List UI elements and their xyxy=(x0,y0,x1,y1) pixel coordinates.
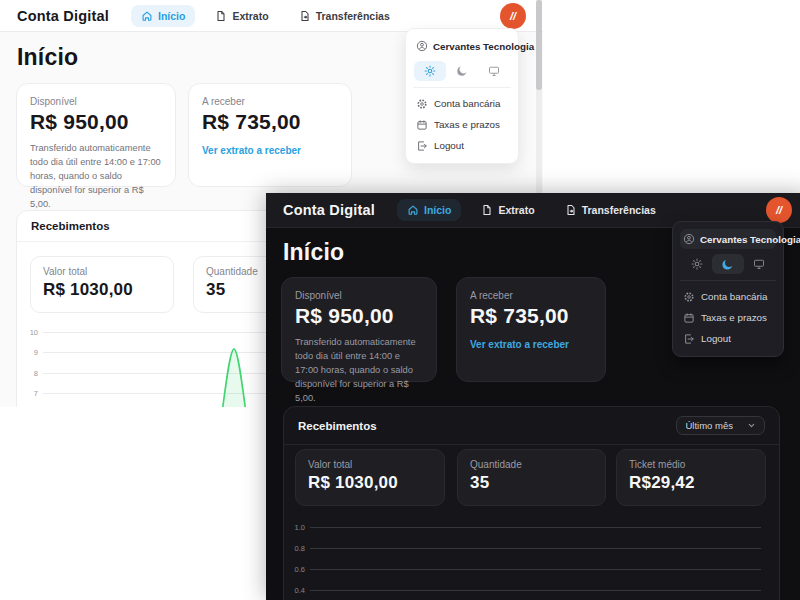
app-logo: Conta Digital xyxy=(283,202,375,218)
section-header: Recebimentos Último mês xyxy=(284,407,779,445)
user-circle-icon xyxy=(416,40,428,52)
menu-item-logout[interactable]: Logout xyxy=(413,135,511,156)
nav-label: Início xyxy=(158,10,185,22)
valor-total-stat-card: Valor total R$ 1030,00 xyxy=(295,449,445,506)
logout-icon xyxy=(683,333,695,345)
calendar-icon xyxy=(683,312,695,324)
account-dropdown-menu: Cervantes Tecnologia Conta bancária Taxa… xyxy=(672,221,784,357)
nav-label: Transferências xyxy=(316,10,390,22)
gear-icon xyxy=(683,291,695,303)
menu-item-conta-bancaria[interactable]: Conta bancária xyxy=(680,286,776,307)
sun-icon xyxy=(691,258,703,270)
stat-value: R$ 1030,00 xyxy=(308,473,432,493)
recebimentos-section: Recebimentos Último mês Valor total R$ 1… xyxy=(283,406,780,600)
stat-label: Ticket médio xyxy=(629,459,753,470)
moon-icon xyxy=(721,258,734,271)
chevron-down-icon xyxy=(747,421,756,430)
card-label: Disponível xyxy=(295,290,423,301)
gridline xyxy=(310,569,761,570)
chart-gridline: 0.8 xyxy=(284,543,761,553)
logout-icon xyxy=(416,140,428,152)
home-icon xyxy=(407,204,419,216)
y-tick-label: 0.6 xyxy=(284,565,310,574)
stat-label: Valor total xyxy=(43,266,161,277)
menu-item-label: Logout xyxy=(434,140,464,151)
card-label: Disponível xyxy=(30,96,162,107)
menu-item-taxas-prazos[interactable]: Taxas e prazos xyxy=(680,307,776,328)
stat-label: Valor total xyxy=(308,459,432,470)
transfer-schedule-note: Transferido automaticamente todo dia úti… xyxy=(30,142,162,212)
gridline xyxy=(310,548,761,549)
nav-label: Extrato xyxy=(232,10,268,22)
nav-item-inicio[interactable]: Início xyxy=(397,199,461,221)
home-icon xyxy=(141,10,153,22)
menu-item-label: Logout xyxy=(701,333,731,344)
nav-item-transferencias[interactable]: Transferências xyxy=(289,5,400,27)
menu-divider xyxy=(413,87,511,88)
receivable-card: A receber R$ 735,00 Ver extrato a recebe… xyxy=(188,83,352,187)
theme-light-button[interactable] xyxy=(681,254,712,274)
main-nav: Início Extrato Transferências xyxy=(397,199,666,221)
y-tick-label: 7 xyxy=(17,389,43,398)
user-avatar-button[interactable]: // xyxy=(766,197,792,223)
receivable-statement-link[interactable]: Ver extrato a receber xyxy=(202,145,338,156)
menu-account-name[interactable]: Cervantes Tecnologia xyxy=(413,36,511,56)
section-title: Recebimentos xyxy=(31,220,110,232)
monitor-icon xyxy=(488,65,500,77)
receivable-value: R$ 735,00 xyxy=(470,304,592,328)
account-dropdown-menu: Cervantes Tecnologia Conta bancária Taxa… xyxy=(405,28,519,164)
menu-item-label: Taxas e prazos xyxy=(434,119,500,130)
scrollbar-thumb[interactable] xyxy=(536,0,542,90)
theme-system-button[interactable] xyxy=(744,254,775,274)
card-label: A receber xyxy=(202,96,338,107)
menu-item-conta-bancaria[interactable]: Conta bancária xyxy=(413,93,511,114)
user-avatar-button[interactable]: // xyxy=(500,3,526,29)
chart-gridline: 1.0 xyxy=(284,522,761,532)
screenshot-dark-theme: Conta Digital Início Extrato Transferênc… xyxy=(266,193,800,600)
available-balance-value: R$ 950,00 xyxy=(295,304,423,328)
nav-item-inicio[interactable]: Início xyxy=(131,5,195,27)
y-tick-label: 0.8 xyxy=(284,544,310,553)
theme-light-button[interactable] xyxy=(414,61,446,81)
menu-item-label: Conta bancária xyxy=(434,98,500,109)
menu-item-taxas-prazos[interactable]: Taxas e prazos xyxy=(413,114,511,135)
menu-item-label: Taxas e prazos xyxy=(701,312,767,323)
card-label: A receber xyxy=(470,290,592,301)
account-name-label: Cervantes Tecnologia xyxy=(700,234,800,245)
transfer-schedule-note: Transferido automaticamente todo dia úti… xyxy=(295,336,423,406)
receivable-card: A receber R$ 735,00 Ver extrato a recebe… xyxy=(456,277,606,382)
period-select-value: Último mês xyxy=(685,420,733,431)
theme-dark-button[interactable] xyxy=(446,61,478,81)
monitor-icon xyxy=(753,258,765,270)
theme-system-button[interactable] xyxy=(478,61,510,81)
calendar-icon xyxy=(416,119,428,131)
stat-value: R$ 1030,00 xyxy=(43,280,161,300)
available-balance-card: Disponível R$ 950,00 Transferido automat… xyxy=(16,83,176,187)
main-nav: Início Extrato Transferências xyxy=(131,5,400,27)
nav-label: Extrato xyxy=(498,204,534,216)
nav-item-transferencias[interactable]: Transferências xyxy=(555,199,666,221)
nav-item-extrato[interactable]: Extrato xyxy=(205,5,278,27)
stat-value: R$29,42 xyxy=(629,473,753,493)
stat-label: Quantidade xyxy=(470,459,593,470)
period-select[interactable]: Último mês xyxy=(676,416,765,435)
theme-switcher xyxy=(414,61,510,81)
gridline xyxy=(310,527,761,528)
y-tick-label: 8 xyxy=(17,369,43,378)
menu-item-logout[interactable]: Logout xyxy=(680,328,776,349)
available-balance-card: Disponível R$ 950,00 Transferido automat… xyxy=(281,277,437,382)
moon-icon xyxy=(456,65,468,77)
account-name-label: Cervantes Tecnologia xyxy=(433,41,534,52)
y-tick-label: 1.0 xyxy=(284,523,310,532)
file-transfer-icon xyxy=(299,10,311,22)
nav-label: Transferências xyxy=(582,204,656,216)
chart-gridline: 0.4 xyxy=(284,585,761,595)
y-tick-label: 9 xyxy=(17,348,43,357)
receivable-statement-link[interactable]: Ver extrato a receber xyxy=(470,339,592,350)
menu-account-name[interactable]: Cervantes Tecnologia xyxy=(680,229,776,249)
available-balance-value: R$ 950,00 xyxy=(30,110,162,134)
theme-dark-button[interactable] xyxy=(712,254,743,274)
nav-label: Início xyxy=(424,204,451,216)
nav-item-extrato[interactable]: Extrato xyxy=(471,199,544,221)
theme-switcher xyxy=(681,254,775,274)
